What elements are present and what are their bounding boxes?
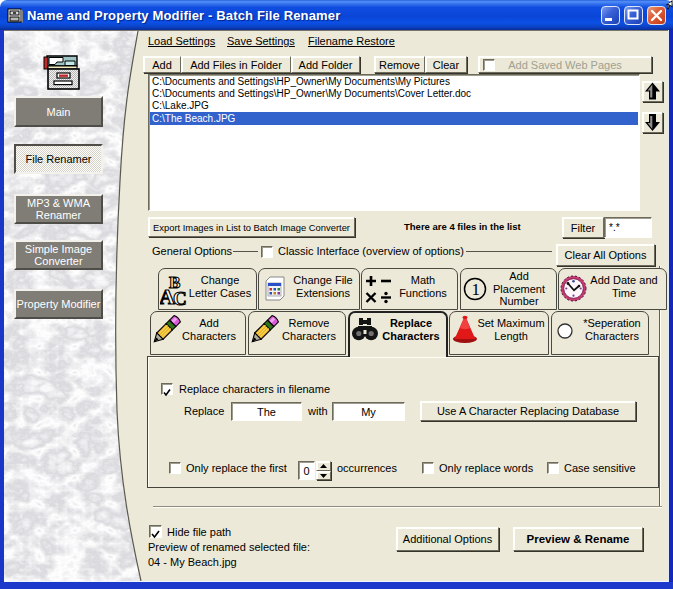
svg-text:C: C xyxy=(173,288,187,306)
svg-text:1: 1 xyxy=(472,280,481,299)
